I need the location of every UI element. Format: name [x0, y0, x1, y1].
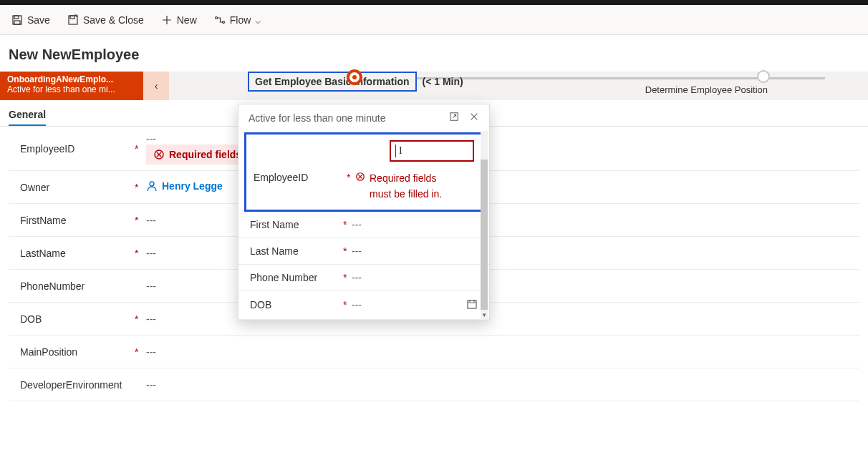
- required-asterisk: *: [343, 299, 352, 310]
- save-close-button[interactable]: Save & Close: [67, 14, 144, 26]
- scrollbar-thumb[interactable]: [481, 160, 488, 317]
- ibeam-icon: I: [399, 145, 402, 157]
- chevron-left-icon: ‹: [155, 80, 158, 92]
- required-asterisk: *: [135, 313, 146, 325]
- bpf-collapse-button[interactable]: ‹: [143, 72, 169, 100]
- svg-rect-2: [14, 21, 20, 24]
- label-employee-id: EmployeeID: [20, 143, 135, 155]
- command-bar: Save Save & Close New Flow ⌵: [0, 5, 868, 35]
- flyout-input-last-name[interactable]: ---: [352, 245, 478, 257]
- required-asterisk: *: [343, 272, 352, 283]
- bpf-stage1-duration: (< 1 Min): [423, 76, 463, 87]
- new-label: New: [177, 14, 197, 26]
- calendar-button[interactable]: [466, 298, 478, 312]
- svg-point-6: [222, 21, 224, 23]
- text-cursor-icon: [395, 145, 396, 157]
- bpf-stage2-dot-icon: [757, 70, 770, 83]
- svg-point-5: [215, 16, 217, 19]
- bpf-stage-determine-position[interactable]: Determine Employee Position: [703, 70, 825, 95]
- flyout-highlight-group: I EmployeeID * Required fields must be f…: [244, 132, 483, 212]
- page-title: New NewEmployee: [0, 35, 868, 72]
- business-process-flow: OnboardingANewEmplo... Active for less t…: [0, 72, 868, 100]
- scrollbar-down-button[interactable]: ▾: [481, 310, 488, 320]
- value-owner: Henry Legge: [162, 180, 223, 192]
- required-asterisk: *: [135, 182, 146, 193]
- close-button[interactable]: [469, 112, 479, 124]
- input-dev-env[interactable]: ---: [146, 379, 848, 391]
- flyout-input-first-name[interactable]: ---: [352, 219, 478, 230]
- bpf-stage0-subtitle: Active for less than one mi...: [7, 84, 136, 94]
- flyout-field-dob: DOB * ---: [238, 291, 489, 320]
- label-first-name: FirstName: [20, 215, 135, 226]
- flyout-error-text: Required fields must be filled in.: [370, 170, 448, 202]
- bpf-stage-flyout: Active for less than one minute I Employ…: [238, 104, 490, 321]
- required-asterisk: *: [135, 346, 146, 358]
- bpf-stage2-label: Determine Employee Position: [645, 84, 768, 95]
- new-button[interactable]: New: [161, 14, 197, 26]
- save-close-icon: [67, 14, 79, 26]
- popout-icon: [449, 112, 459, 122]
- label-dev-env: DeveloperEnvironment: [20, 379, 135, 391]
- flyout-label-dob: DOB: [250, 299, 343, 310]
- flyout-field-last-name: Last Name * ---: [238, 238, 489, 265]
- flyout-input-employee-id[interactable]: I: [390, 140, 474, 162]
- error-text: Required fields: [169, 149, 241, 160]
- error-icon: [355, 172, 365, 182]
- close-icon: [469, 112, 479, 122]
- label-owner: Owner: [20, 182, 135, 193]
- flyout-field-phone: Phone Number * ---: [238, 265, 489, 291]
- error-icon: [153, 149, 165, 160]
- bpf-stage1-label: Get Employee Basic Information: [248, 72, 417, 92]
- plus-icon: [161, 14, 173, 26]
- required-asterisk: *: [343, 219, 352, 230]
- flyout-header: Active for less than one minute: [238, 104, 489, 131]
- label-last-name: LastName: [20, 248, 135, 259]
- window-topbar: [0, 0, 868, 5]
- bpf-stage-onboarding[interactable]: OnboardingANewEmplo... Active for less t…: [0, 72, 143, 100]
- error-employee-id: Required fields: [146, 145, 249, 165]
- flyout-field-first-name: First Name * ---: [238, 212, 489, 238]
- svg-point-8: [150, 182, 154, 186]
- calendar-icon: [466, 298, 478, 310]
- flow-icon: [214, 14, 226, 26]
- chevron-down-icon: ⌵: [255, 14, 261, 26]
- field-main-position: MainPosition * ---: [9, 336, 859, 368]
- svg-rect-4: [70, 16, 74, 19]
- flyout-label-last-name: Last Name: [250, 245, 343, 257]
- flow-label: Flow: [230, 14, 251, 26]
- field-dev-env: DeveloperEnvironment ---: [9, 368, 859, 401]
- flyout-scrollbar[interactable]: ▾: [481, 131, 488, 320]
- svg-rect-11: [468, 300, 476, 308]
- save-label: Save: [27, 14, 50, 26]
- flyout-label-first-name: First Name: [250, 219, 343, 230]
- flyout-label-phone: Phone Number: [250, 272, 343, 283]
- required-asterisk: *: [343, 245, 352, 257]
- bpf-stage0-title: OnboardingANewEmplo...: [7, 74, 136, 84]
- label-main-position: MainPosition: [20, 346, 135, 358]
- flyout-body: I EmployeeID * Required fields must be f…: [238, 131, 489, 320]
- person-icon: [146, 180, 158, 192]
- flyout-label-employee-id: EmployeeID: [254, 170, 347, 183]
- save-close-label: Save & Close: [83, 14, 144, 26]
- label-phone: PhoneNumber: [20, 280, 135, 292]
- input-main-position[interactable]: ---: [146, 346, 848, 358]
- save-icon: [11, 14, 23, 26]
- required-asterisk: *: [135, 143, 146, 155]
- flyout-title: Active for less than one minute: [249, 112, 385, 124]
- svg-rect-1: [14, 16, 19, 19]
- popout-button[interactable]: [449, 112, 459, 124]
- required-asterisk: *: [135, 215, 146, 226]
- flyout-input-phone[interactable]: ---: [352, 272, 478, 283]
- tab-general[interactable]: General: [9, 104, 46, 126]
- bpf-active-dot-icon: [347, 69, 362, 85]
- flyout-error-employee-id: Required fields must be filled in.: [355, 170, 448, 202]
- bpf-track: Get Employee Basic Information (< 1 Min)…: [169, 72, 868, 100]
- label-dob: DOB: [20, 313, 135, 325]
- flow-button[interactable]: Flow ⌵: [214, 14, 261, 26]
- save-button[interactable]: Save: [11, 14, 50, 26]
- flyout-input-dob[interactable]: ---: [352, 299, 466, 310]
- required-asterisk: *: [347, 170, 355, 183]
- required-asterisk: *: [135, 248, 146, 259]
